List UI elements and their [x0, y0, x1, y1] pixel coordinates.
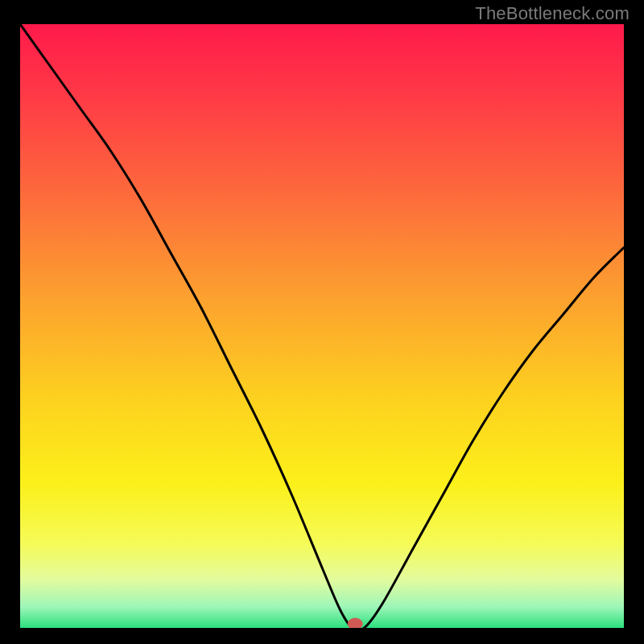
optimum-marker [348, 618, 362, 628]
plot-background [20, 24, 624, 628]
bottleneck-chart [20, 24, 624, 628]
chart-frame: TheBottleneck.com [0, 0, 644, 644]
watermark-text: TheBottleneck.com [475, 3, 630, 24]
